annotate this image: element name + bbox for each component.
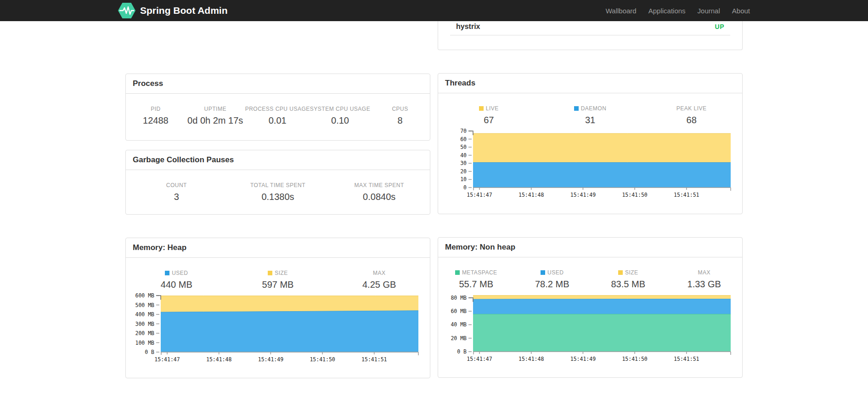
legend-swatch	[165, 271, 169, 275]
stat-gc-max: MAX TIME SPENT 0.0840s	[328, 182, 430, 202]
svg-text:0 B: 0 B	[457, 348, 467, 355]
application-row[interactable]: hystrix UP	[450, 21, 730, 35]
threads-legend: LIVE 67 DAEMON 31 PEAK LIVE 68	[438, 93, 742, 125]
stat-label: USED	[514, 269, 591, 276]
stat-label: MAX TIME SPENT	[328, 182, 430, 188]
left-column: Process PID 12488 UPTIME 0d 0h 2m 17s PR…	[125, 21, 430, 378]
svg-text:400 MB: 400 MB	[135, 311, 154, 318]
stat-value: 0d 0h 2m 17s	[186, 115, 245, 126]
stat-value: 4.25 GB	[328, 279, 430, 290]
stat-value: 597 MB	[227, 279, 329, 290]
stat-pid: PID 12488	[126, 106, 186, 126]
stat-cpus: CPUS 8	[370, 106, 430, 126]
stat-value: 0.1380s	[227, 192, 329, 202]
stat-value: 55.7 MB	[438, 279, 514, 290]
stat-value: 78.2 MB	[514, 279, 591, 290]
svg-text:15:41:49: 15:41:49	[258, 356, 283, 363]
svg-text:15:41:49: 15:41:49	[570, 192, 596, 198]
stat-label: COUNT	[126, 182, 227, 188]
stat-nonheap-metaspace: METASPACE 55.7 MB	[438, 269, 514, 290]
stat-process-cpu: PROCESS CPU USAGE 0.01	[245, 106, 310, 126]
application-status-badge: UP	[715, 23, 724, 30]
svg-text:600 MB: 600 MB	[135, 292, 154, 299]
svg-text:15:41:49: 15:41:49	[570, 356, 596, 362]
svg-text:15:41:47: 15:41:47	[467, 192, 492, 198]
stat-value: 31	[540, 115, 641, 125]
svg-text:20: 20	[460, 168, 467, 175]
panel-title: Garbage Collection Pauses	[126, 150, 430, 170]
legend-swatch	[574, 106, 579, 111]
process-panel: Process PID 12488 UPTIME 0d 0h 2m 17s PR…	[125, 74, 430, 141]
svg-text:15:41:51: 15:41:51	[674, 356, 699, 362]
brand-logo-icon	[118, 3, 135, 18]
nav-item-applications[interactable]: Applications	[648, 7, 686, 15]
svg-text:500 MB: 500 MB	[135, 302, 154, 308]
svg-text:20 MB: 20 MB	[451, 335, 467, 342]
memory-nonheap-chart: 0 B20 MB40 MB60 MB80 MB15:41:4715:41:481…	[438, 290, 742, 367]
svg-text:30: 30	[460, 160, 467, 166]
main-content: Process PID 12488 UPTIME 0d 0h 2m 17s PR…	[125, 21, 743, 378]
nav-item-wallboard[interactable]: Wallboard	[606, 7, 637, 15]
svg-text:40: 40	[460, 152, 467, 159]
application-status-panel: hystrix UP	[438, 21, 743, 50]
stat-heap-used: USED 440 MB	[126, 270, 227, 290]
stat-value: 3	[126, 192, 227, 202]
stat-gc-total: TOTAL TIME SPENT 0.1380s	[227, 182, 329, 202]
stat-value: 0.0840s	[328, 192, 430, 202]
memory-heap-chart: 0 B100 MB200 MB300 MB400 MB500 MB600 MB1…	[126, 290, 430, 367]
stat-value: 1.33 GB	[666, 279, 743, 290]
svg-text:40 MB: 40 MB	[451, 321, 467, 328]
stat-label: SIZE	[227, 270, 329, 276]
stat-label: USED	[126, 270, 227, 276]
stat-value: 8	[370, 115, 430, 126]
svg-text:15:41:48: 15:41:48	[206, 356, 231, 363]
legend-swatch	[268, 271, 272, 275]
stat-label: SIZE	[590, 269, 666, 276]
stat-label: DAEMON	[540, 105, 641, 112]
legend-swatch	[455, 270, 460, 275]
stat-label: CPUS	[370, 106, 430, 112]
memory-heap-legend: USED 440 MB SIZE 597 MB MAX 4.25 GB	[126, 258, 430, 290]
nav-item-journal[interactable]: Journal	[698, 7, 720, 15]
stat-label: PID	[126, 106, 186, 112]
svg-text:0: 0	[463, 184, 467, 191]
stat-value: 0.10	[310, 115, 370, 126]
brand[interactable]: Spring Boot Admin	[118, 3, 228, 18]
stat-system-cpu: SYSTEM CPU USAGE 0.10	[310, 106, 370, 126]
svg-text:15:41:47: 15:41:47	[467, 356, 492, 362]
stat-value: 83.5 MB	[590, 279, 666, 290]
brand-title: Spring Boot Admin	[140, 5, 228, 16]
memory-nonheap-panel: Memory: Non heap METASPACE 55.7 MB USED …	[438, 237, 743, 378]
svg-text:15:41:48: 15:41:48	[519, 192, 544, 198]
panel-title: Threads	[438, 74, 742, 93]
memory-nonheap-legend: METASPACE 55.7 MB USED 78.2 MB SIZE 83.5…	[438, 257, 742, 290]
stat-label: MAX	[328, 270, 430, 276]
panel-title: Memory: Heap	[126, 238, 430, 258]
stat-nonheap-used: USED 78.2 MB	[514, 269, 591, 290]
stat-heap-size: SIZE 597 MB	[227, 270, 329, 290]
svg-text:200 MB: 200 MB	[135, 330, 154, 336]
svg-text:60 MB: 60 MB	[451, 308, 467, 314]
legend-swatch	[618, 270, 623, 275]
memory-heap-panel: Memory: Heap USED 440 MB SIZE 597 MB MAX…	[125, 238, 430, 378]
stat-value: 67	[438, 115, 540, 125]
svg-text:70: 70	[460, 128, 467, 134]
svg-text:15:41:48: 15:41:48	[519, 356, 544, 362]
stat-uptime: UPTIME 0d 0h 2m 17s	[186, 106, 245, 126]
svg-text:80 MB: 80 MB	[451, 295, 467, 301]
right-column: hystrix UP Threads LIVE 67 DAEMON 31	[438, 21, 743, 378]
gc-stats: COUNT 3 TOTAL TIME SPENT 0.1380s MAX TIM…	[126, 170, 430, 202]
svg-text:15:41:50: 15:41:50	[622, 192, 647, 198]
stat-label: MAX	[666, 269, 743, 276]
stat-gc-count: COUNT 3	[126, 182, 227, 202]
stat-label: UPTIME	[186, 106, 245, 112]
threads-panel: Threads LIVE 67 DAEMON 31 PEAK LIVE 68	[438, 73, 743, 214]
application-name[interactable]: hystrix	[456, 23, 480, 31]
svg-text:0 B: 0 B	[145, 349, 154, 355]
nav-item-about[interactable]: About	[732, 7, 750, 15]
stat-nonheap-size: SIZE 83.5 MB	[590, 269, 666, 290]
stat-value: 440 MB	[126, 279, 227, 290]
stat-heap-max: MAX 4.25 GB	[328, 270, 430, 290]
stat-nonheap-max: MAX 1.33 GB	[666, 269, 743, 290]
svg-text:60: 60	[460, 136, 467, 142]
